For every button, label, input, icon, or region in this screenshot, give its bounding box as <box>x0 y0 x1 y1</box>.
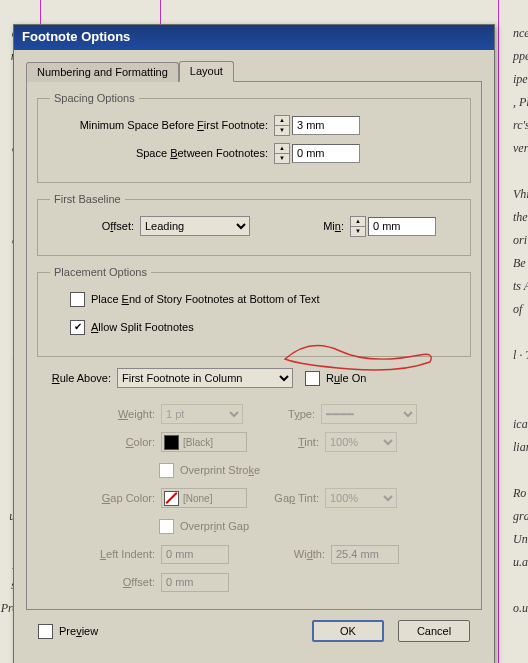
layout-panel: Spacing Options Minimum Space Before Fir… <box>26 81 482 610</box>
overprint-gap-checkbox <box>159 519 174 534</box>
swatch-black <box>164 435 179 450</box>
tab-layout[interactable]: Layout <box>179 61 234 82</box>
left-indent-label: Left Indent: <box>41 548 161 560</box>
space-between-input[interactable] <box>292 144 360 163</box>
overprint-stroke-label: Overprint Stroke <box>180 464 260 476</box>
min-before-label: Minimum Space Before First Footnote: <box>50 119 274 131</box>
rule-on-checkbox[interactable] <box>305 371 320 386</box>
type-select: ━━━━ <box>321 404 417 424</box>
min-input[interactable] <box>368 217 436 236</box>
preview-label: Preview <box>59 625 98 637</box>
rule-above-label: Rule Above: <box>41 372 117 384</box>
baseline-legend: First Baseline <box>50 193 125 205</box>
min-before-spinner[interactable]: ▲▼ <box>274 115 290 136</box>
width-input <box>331 545 399 564</box>
end-story-checkbox[interactable] <box>70 292 85 307</box>
overprint-gap-label: Overprint Gap <box>180 520 249 532</box>
min-before-input[interactable] <box>292 116 360 135</box>
allow-split-label: Allow Split Footnotes <box>91 321 194 333</box>
rule-offset-input <box>161 573 229 592</box>
min-spinner[interactable]: ▲▼ <box>350 216 366 237</box>
footnote-options-dialog: Footnote Options Numbering and Formattin… <box>13 24 495 663</box>
spacing-options-group: Spacing Options Minimum Space Before Fir… <box>37 92 471 183</box>
min-label: Min: <box>250 220 350 232</box>
tab-strip: Numbering and Formatting Layout <box>26 60 482 81</box>
color-label: Color: <box>41 436 161 448</box>
rule-above-select[interactable]: First Footnote in Column <box>117 368 293 388</box>
space-between-label: Space Between Footnotes: <box>50 147 274 159</box>
width-label: Width: <box>229 548 331 560</box>
ok-button[interactable]: OK <box>312 620 384 642</box>
placement-legend: Placement Options <box>50 266 151 278</box>
tab-numbering[interactable]: Numbering and Formatting <box>26 62 179 82</box>
spacing-legend: Spacing Options <box>50 92 139 104</box>
placement-options-group: Placement Options Place End of Story Foo… <box>37 266 471 357</box>
tint-select: 100% <box>325 432 397 452</box>
dialog-title: Footnote Options <box>22 29 130 44</box>
offset-label: Offset: <box>50 220 140 232</box>
offset-select[interactable]: Leading <box>140 216 250 236</box>
rule-offset-label: Offset: <box>41 576 161 588</box>
first-baseline-group: First Baseline Offset: Leading Min: ▲▼ <box>37 193 471 256</box>
gap-color-label: Gap Color: <box>41 492 161 504</box>
rule-on-label: Rule On <box>326 372 366 384</box>
cancel-button[interactable]: Cancel <box>398 620 470 642</box>
gap-color-select: [None] <box>161 488 247 508</box>
allow-split-checkbox[interactable]: ✔ <box>70 320 85 335</box>
end-story-label: Place End of Story Footnotes at Bottom o… <box>91 293 320 305</box>
weight-label: Weight: <box>41 408 161 420</box>
gap-tint-label: Gap Tint: <box>247 492 325 504</box>
gap-tint-select: 100% <box>325 488 397 508</box>
preview-checkbox[interactable] <box>38 624 53 639</box>
type-label: Type: <box>243 408 321 420</box>
tint-label: Tint: <box>247 436 325 448</box>
color-select: [Black] <box>161 432 247 452</box>
weight-select: 1 pt <box>161 404 243 424</box>
overprint-stroke-checkbox <box>159 463 174 478</box>
swatch-none <box>164 491 179 506</box>
space-between-spinner[interactable]: ▲▼ <box>274 143 290 164</box>
left-indent-input <box>161 545 229 564</box>
dialog-titlebar[interactable]: Footnote Options <box>14 25 494 50</box>
dialog-button-bar: Preview OK Cancel <box>26 610 482 652</box>
